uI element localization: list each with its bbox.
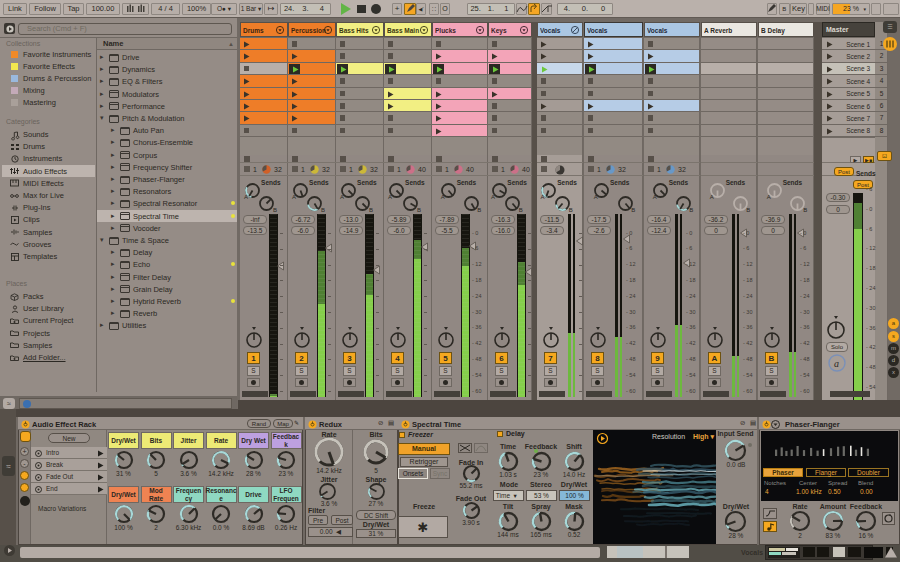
svg-text:a: a <box>834 358 839 369</box>
